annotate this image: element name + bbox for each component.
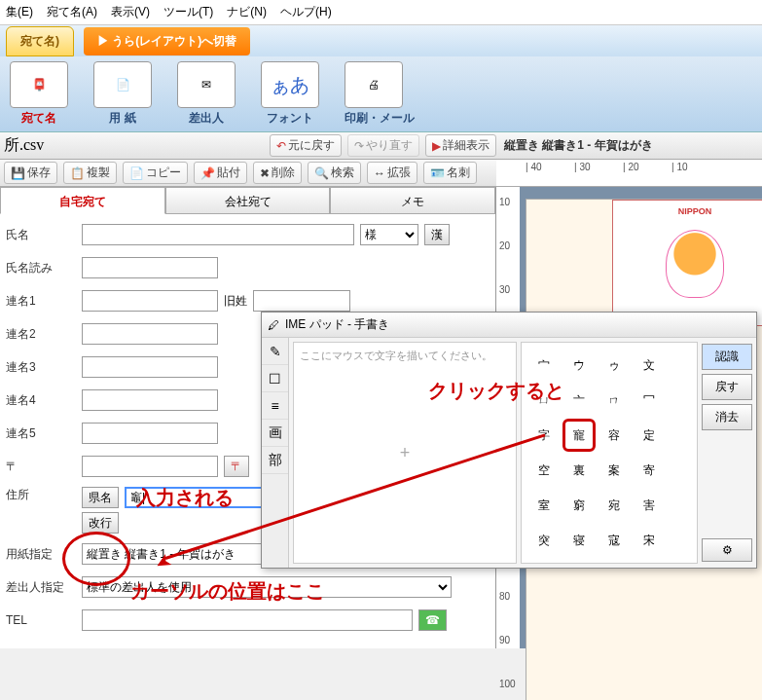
ime-back-button[interactable]: 戻す [702,374,752,400]
ime-candidate[interactable]: 寇 [598,524,631,557]
filename-label: 所.csv [4,135,44,156]
label-tel: TEL [6,613,82,627]
ime-candidate[interactable]: ㄩ [527,384,561,417]
horizontal-ruler: | 40 | 30 | 20 | 10 [496,160,762,186]
joint3-input[interactable] [82,356,218,378]
menu-item[interactable]: ヘルプ(H) [280,4,332,20]
duplicate-button[interactable]: 📋複製 [63,162,117,184]
ime-tool-pen[interactable]: ✎ [262,338,288,365]
detail-icon: ▶ [432,139,441,153]
undo-button[interactable]: ↶元に戻す [270,134,342,157]
card-button[interactable]: 🪪名刺 [423,162,477,184]
name-input[interactable] [82,224,354,245]
envelope-icon: 📮 [10,61,68,108]
ime-candidate[interactable]: 突 [527,524,561,557]
ime-candidate[interactable]: 案 [598,454,631,487]
redo-button[interactable]: ↷やり直す [347,134,419,157]
ime-candidate[interactable]: 冖 [633,384,666,417]
ime-candidate[interactable]: 室 [527,489,561,522]
ime-drawing-canvas[interactable]: ここにマウスで文字を描いてください。 + [293,342,517,564]
ime-candidate[interactable]: ウ [562,349,596,382]
ime-candidate[interactable]: 宋 [633,524,666,557]
menu-item[interactable]: ナビ(N) [227,4,267,20]
paper-icon: 📄 [93,61,152,108]
tab-atename[interactable]: 宛て名) [6,26,74,56]
tab-home-address[interactable]: 自宅宛て [0,187,165,214]
old-surname-label: 旧姓 [224,293,247,310]
ime-clear-button[interactable]: 消去 [702,404,752,430]
prefecture-button[interactable]: 県名 [82,487,119,508]
joint2-input[interactable] [82,323,218,345]
menu-item[interactable]: 表示(V) [111,4,150,20]
tel-input[interactable] [82,609,413,631]
ime-tool-box[interactable]: ☐ [262,365,288,392]
ime-candidate-grid: 宀 ウ ゥ 文 ㄩ 亠 ㄇ 冖 字 寵 容 定 空 裏 案 寄 室 窮 宛 害 … [521,342,698,564]
kanji-button[interactable]: 漢 [424,224,450,245]
honorific-select[interactable]: 様 [360,224,418,245]
ime-candidate[interactable]: 容 [598,419,631,452]
ime-candidate[interactable]: 定 [633,419,666,452]
ime-candidate[interactable]: 害 [633,489,666,522]
ime-pad-window[interactable]: 🖊 IME パッド - 手書き ✎ ☐ ≡ 画 部 ここにマウスで文字を描いてく… [261,312,757,569]
save-button[interactable]: 💾保存 [4,162,57,184]
ime-candidate[interactable]: 宀 [527,349,561,382]
paste-button[interactable]: 📌貼付 [194,162,247,184]
ime-settings-button[interactable]: ⚙ [702,538,752,562]
ime-candidate[interactable]: ㄇ [598,384,631,417]
ime-candidate[interactable]: 寄 [633,454,666,487]
joint5-input[interactable] [82,423,218,444]
ime-icon: 🖊 [268,318,279,332]
tel-dial-button[interactable]: ☎ [418,609,447,631]
postal-input[interactable] [82,456,218,477]
label-joint1: 連名1 [6,293,82,310]
label-paper-spec: 用紙指定 [6,546,82,563]
menu-item[interactable]: 宛て名(A) [47,4,97,20]
toolbar-font[interactable]: ぁあ フォント [261,61,319,127]
label-postal: 〒 [6,459,82,475]
menu-item[interactable]: ツール(T) [163,4,213,20]
ime-tool-radical[interactable]: 部 [262,447,288,474]
address-input[interactable] [125,487,271,508]
stamp-area: NIPPON [612,200,762,326]
ime-recognize-button[interactable]: 認識 [702,344,752,370]
reading-input[interactable] [82,257,218,278]
toolbar-print[interactable]: 🖨 印刷・メール [345,61,415,127]
switch-layout-button[interactable]: ▶ うら(レイアウト)へ切替 [84,27,250,55]
ime-candidate[interactable]: 宛 [598,489,631,522]
joint4-input[interactable] [82,389,218,411]
postal-lookup-button[interactable]: 〒 [224,456,249,477]
sender-icon: ✉ [177,61,236,108]
ime-candidate[interactable]: 文 [633,349,666,382]
ime-candidate[interactable]: 窮 [562,489,596,522]
redo-icon: ↷ [354,139,364,153]
detail-view-button[interactable]: ▶詳細表示 [425,134,496,157]
newline-button[interactable]: 改行 [82,512,119,534]
copy-button[interactable]: 📄コピー [123,162,188,184]
nengajo-stamp-icon [666,230,724,298]
tab-company-address[interactable]: 会社宛て [165,187,331,214]
toolbar-sender[interactable]: ✉ 差出人 [177,61,236,127]
label-joint5: 連名5 [6,425,82,442]
delete-button[interactable]: ✖削除 [253,162,302,184]
joint1-input[interactable] [82,290,218,312]
ime-candidate-highlighted[interactable]: 寵 [562,419,596,452]
label-reading: 氏名読み [6,260,82,276]
toolbar-atename[interactable]: 📮 宛て名 [10,61,68,127]
ime-candidate[interactable]: 寝 [562,524,596,557]
label-address: 住所 [6,487,82,503]
label-name: 氏名 [6,227,82,243]
expand-button[interactable]: ↔拡張 [367,162,417,184]
toolbar-paper[interactable]: 📄 用 紙 [93,61,152,127]
ime-candidate[interactable]: 字 [527,419,561,452]
ime-candidate[interactable]: 空 [527,454,561,487]
menu-item[interactable]: 集(E) [6,4,33,20]
sender-select[interactable]: 標準の差出人を使用 [82,576,452,598]
ime-candidate[interactable]: 裏 [562,454,596,487]
old-surname-input[interactable] [253,290,350,312]
ime-candidate[interactable]: ゥ [598,349,631,382]
ime-tool-list[interactable]: ≡ [262,392,288,420]
tab-memo[interactable]: メモ [330,187,495,214]
ime-candidate[interactable]: 亠 [562,384,596,417]
search-button[interactable]: 🔍検索 [308,162,361,184]
ime-tool-stroke[interactable]: 画 [262,420,288,447]
